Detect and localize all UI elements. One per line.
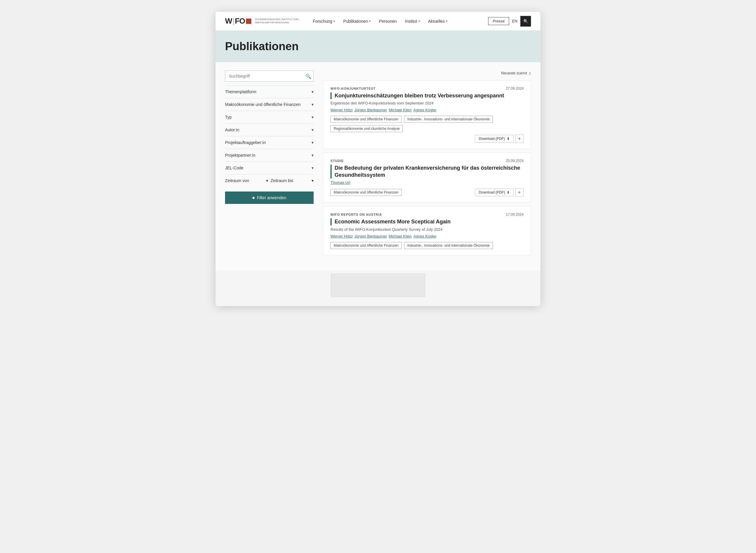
pub-tag[interactable]: Industrie-, Innovations- und internation…: [404, 242, 493, 249]
presse-button[interactable]: Presse: [488, 17, 509, 25]
author-link[interactable]: Werner Hölzl: [331, 234, 353, 238]
logo-w: W: [225, 16, 232, 26]
pub-tag[interactable]: Regionalökonomie und räumliche Analyse: [331, 125, 403, 132]
pub-actions: Download (PDF) ⬇ +: [475, 188, 524, 196]
filter-autor[interactable]: Autor:in ▾: [225, 123, 314, 136]
pub-title-wrap: Economic Assessments More Sceptical Agai…: [331, 218, 524, 225]
filter-dot-icon: [253, 197, 255, 199]
pub-title-wrap: Konjunktureinschätzungen bleiben trotz V…: [331, 92, 524, 99]
download-icon: ⬇: [507, 137, 510, 141]
pub-tag[interactable]: Makroökonomie und öffentliche Finanzen: [331, 116, 402, 123]
logo-subtitle-line2: WIRTSCHAFTSFORSCHUNG: [255, 21, 298, 24]
sort-bar: Neueste zuerst ↕: [323, 71, 531, 76]
author-link[interactable]: Agnes Kügler: [413, 108, 436, 112]
zeitraum-von[interactable]: Zeitraum von ▾: [225, 178, 268, 183]
chevron-down-icon: ▾: [312, 102, 314, 107]
page-title: Publikationen: [225, 40, 531, 53]
chevron-down-icon: ▾: [446, 19, 448, 23]
logo: W | FO: [225, 16, 252, 26]
nav-links: Forschung ▾ Publikationen ▾ Personen Ins…: [313, 19, 488, 24]
download-icon: ⬇: [507, 190, 510, 194]
filter-projektpartner[interactable]: Projektpartner:in ▾: [225, 149, 314, 161]
chevron-down-icon: ▾: [369, 19, 370, 23]
filter-jel-code[interactable]: JEL-Code ▾: [225, 161, 314, 174]
author-link[interactable]: Michael Klien: [389, 108, 411, 112]
pub-actions: Download (PDF) ⬇ +: [475, 135, 524, 143]
pub-meta-row: STUDIE 25.09.2024: [331, 159, 524, 163]
bottom-area: [216, 270, 540, 306]
chevron-down-icon: ▾: [312, 89, 314, 94]
sidebar: 🔍 Themenplattform ▾ Makroökonomie und öf…: [225, 71, 314, 259]
search-input[interactable]: [225, 71, 314, 82]
expand-button[interactable]: +: [515, 188, 524, 196]
nav-aktuelles[interactable]: Aktuelles ▾: [428, 19, 448, 24]
pub-subtitle: Ergebnisse des WIFO-Konjunkturtests vom …: [331, 101, 524, 105]
pub-authors: Thomas Url: [331, 180, 524, 185]
pub-type: WIFO-KONJUNKTURTEST: [331, 87, 375, 90]
pub-type: WIFO REPORTS ON AUSTRIA: [331, 213, 382, 216]
chevron-down-icon: ▾: [312, 166, 314, 170]
download-button[interactable]: Download (PDF) ⬇: [475, 135, 513, 143]
filter-typ[interactable]: Typ ▾: [225, 111, 314, 123]
zeitraum-row: Zeitraum von ▾ Zeitraum bis ▾: [225, 174, 314, 187]
chevron-down-icon: ▾: [333, 19, 335, 23]
nav-forschung[interactable]: Forschung ▾: [313, 19, 335, 24]
tags-and-actions: Makroökonomie und öffentliche Finanzen I…: [331, 242, 524, 249]
pub-title: Die Bedeutung der privaten Krankenversic…: [335, 165, 524, 178]
filter-projektauftraggeber[interactable]: Projektauftraggeber:in ▾: [225, 136, 314, 149]
pub-border-left: [331, 218, 332, 225]
language-button[interactable]: EN: [512, 19, 518, 23]
nav-personen[interactable]: Personen: [379, 19, 397, 24]
tags-left: Makroökonomie und öffentliche Finanzen I…: [331, 242, 493, 249]
sort-icon[interactable]: ↕: [529, 71, 531, 76]
page-header: Publikationen: [216, 31, 540, 62]
pub-date: 17.09.2024: [506, 213, 524, 217]
author-link[interactable]: Jürgen Bierbaumer: [354, 108, 387, 112]
nav-publikationen[interactable]: Publikationen ▾: [343, 19, 370, 24]
expand-button[interactable]: +: [515, 135, 524, 143]
author-link[interactable]: Michael Klien: [389, 234, 411, 238]
publication-card: STUDIE 25.09.2024 Die Bedeutung der priv…: [323, 153, 531, 203]
navbar: W | FO ÖSTERREICHISCHES INSTITUT FÜR WIR…: [216, 12, 540, 31]
results-area: Neueste zuerst ↕ WIFO-KONJUNKTURTEST 27.…: [323, 71, 531, 259]
chevron-down-icon: ▾: [312, 178, 314, 183]
partial-card: [331, 273, 425, 297]
download-button[interactable]: Download (PDF) ⬇: [475, 188, 513, 196]
nav-institut[interactable]: Institut ▾: [405, 19, 420, 24]
search-icon: 🔍: [305, 74, 311, 79]
pub-border-left: [331, 92, 332, 99]
publication-card: WIFO-KONJUNKTURTEST 27.09.2024 Konjunktu…: [323, 80, 531, 149]
tags-left: Makroökonomie und öffentliche Finanzen: [331, 189, 402, 196]
pub-date: 25.09.2024: [506, 159, 524, 163]
search-icon-button[interactable]: 🔍: [305, 74, 311, 79]
pub-title: Economic Assessments More Sceptical Agai…: [335, 218, 451, 225]
author-link[interactable]: Werner Hölzl: [331, 108, 353, 112]
main-content: 🔍 Themenplattform ▾ Makroökonomie und öf…: [216, 62, 540, 270]
pub-title: Konjunktureinschätzungen bleiben trotz V…: [335, 92, 504, 99]
pub-title-wrap: Die Bedeutung der privaten Krankenversic…: [331, 165, 524, 178]
pub-tag[interactable]: Makroökonomie und öffentliche Finanzen: [331, 189, 402, 196]
pub-tag[interactable]: Industrie-, Innovations- und internation…: [404, 116, 493, 123]
filter-makrooekonomie[interactable]: Makroökonomie und öffentliche Finanzen ▾: [225, 98, 314, 111]
pub-subtitle: Results of the WIFO-Konjunkturtest Quart…: [331, 227, 524, 232]
author-link[interactable]: Thomas Url: [331, 180, 350, 185]
chevron-down-icon: ▾: [418, 19, 420, 23]
chevron-down-icon: ▾: [312, 140, 314, 145]
filter-apply-button[interactable]: Filter anwenden: [225, 191, 314, 204]
publication-card: WIFO REPORTS ON AUSTRIA 17.09.2024 Econo…: [323, 206, 531, 255]
pub-authors: Werner Hölzl Jürgen Bierbaumer Michael K…: [331, 234, 524, 238]
search-icon: 🔍: [523, 19, 528, 24]
zeitraum-bis[interactable]: Zeitraum bis ▾: [271, 178, 314, 183]
chevron-down-icon: ▾: [312, 115, 314, 120]
search-input-wrap: 🔍: [225, 71, 314, 82]
filter-themenplattform[interactable]: Themenplattform ▾: [225, 85, 314, 98]
pub-tag[interactable]: Makroökonomie und öffentliche Finanzen: [331, 242, 402, 249]
nav-right: Presse EN 🔍: [488, 16, 531, 26]
author-link[interactable]: Agnes Kügler: [413, 234, 436, 238]
author-link[interactable]: Jürgen Bierbaumer: [354, 234, 387, 238]
pub-meta-row: WIFO-KONJUNKTURTEST 27.09.2024: [331, 86, 524, 91]
logo-area: W | FO ÖSTERREICHISCHES INSTITUT FÜR WIR…: [225, 16, 298, 26]
search-button[interactable]: 🔍: [520, 16, 531, 26]
chevron-down-icon: ▾: [312, 128, 314, 132]
browser-window: W | FO ÖSTERREICHISCHES INSTITUT FÜR WIR…: [216, 12, 540, 306]
